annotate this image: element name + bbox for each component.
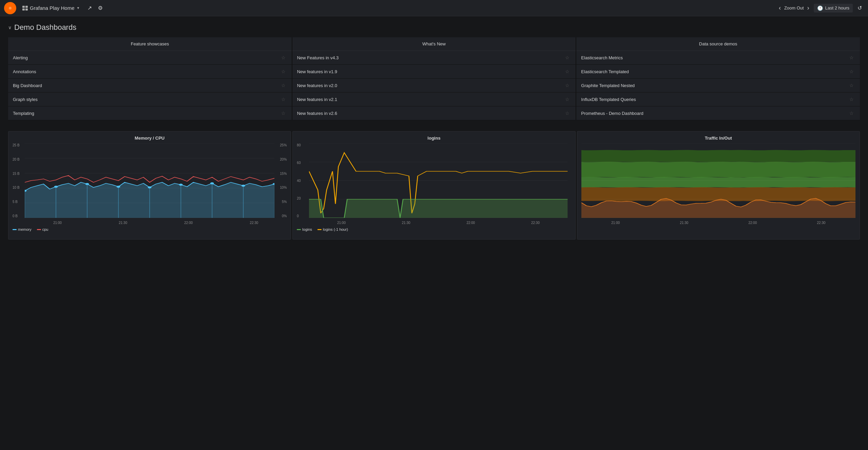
section-title: Demo Dashboards xyxy=(14,23,76,32)
xaxis-labels: 21:0021:3022:0022:30 xyxy=(581,221,855,225)
favorite-button[interactable]: ☆ xyxy=(280,82,287,89)
yaxis-right-label: 0% xyxy=(282,214,287,218)
chart-area: 21:0021:3022:0022:30 xyxy=(581,143,855,225)
gear-icon: ⚙ xyxy=(98,5,103,11)
memory-cpu-chart-panel: Memory / CPU25 B20 B15 B10 B5 B0 B25%20%… xyxy=(8,131,291,240)
time-forward-button[interactable]: › xyxy=(805,4,811,12)
list-item[interactable]: New features in v2.1☆ xyxy=(292,93,576,106)
chart-title: logins xyxy=(297,136,571,141)
favorite-button[interactable]: ☆ xyxy=(848,82,855,89)
favorite-button[interactable]: ☆ xyxy=(564,82,571,89)
svg-point-1 xyxy=(9,7,12,9)
favorite-button[interactable]: ☆ xyxy=(280,54,287,61)
dashboard-item-label: New features in v2.6 xyxy=(297,111,337,116)
top-navigation: Grafana Play Home ▼ ↗ ⚙ ‹ Zoom Out › 🕐 L… xyxy=(0,0,868,16)
legend-item: logins (-1 hour) xyxy=(317,227,348,231)
grafana-logo xyxy=(4,2,18,14)
legend-item: logins xyxy=(297,227,312,231)
legend-item: memory xyxy=(13,227,32,231)
legend-label: cpu xyxy=(42,227,48,231)
yaxis-label: 0 xyxy=(297,214,309,218)
topnav-actions: ↗ ⚙ xyxy=(85,3,105,13)
favorite-button[interactable]: ☆ xyxy=(280,68,287,75)
dashboard-column-2: Data source demosElasticsearch Metrics☆E… xyxy=(576,37,860,120)
svg-rect-5 xyxy=(25,8,28,11)
xaxis-label: 21:00 xyxy=(337,221,346,225)
svg-marker-37 xyxy=(581,198,855,218)
favorite-button[interactable]: ☆ xyxy=(280,96,287,103)
refresh-button[interactable]: ↺ xyxy=(855,3,864,13)
dashboard-item-label: Alerting xyxy=(13,55,28,60)
favorite-button[interactable]: ☆ xyxy=(564,68,571,75)
favorite-button[interactable]: ☆ xyxy=(848,110,855,117)
xaxis-label: 22:30 xyxy=(817,221,825,225)
time-range-picker[interactable]: 🕐 Last 2 hours xyxy=(814,4,853,13)
refresh-icon: ↺ xyxy=(857,5,862,11)
list-item[interactable]: New features in v2.0☆ xyxy=(292,79,576,93)
favorite-button[interactable]: ☆ xyxy=(848,96,855,103)
dashboard-title-button[interactable]: Grafana Play Home ▼ xyxy=(20,4,83,12)
list-item[interactable]: Elasticsearch Metrics☆ xyxy=(576,51,860,65)
section-collapse-icon[interactable]: ∨ xyxy=(8,25,12,30)
favorite-button[interactable]: ☆ xyxy=(564,96,571,103)
dashboard-item-label: New features in v2.1 xyxy=(297,97,337,102)
svg-rect-4 xyxy=(22,8,25,11)
list-item[interactable]: Prometheus - Demo Dashboard☆ xyxy=(576,106,860,120)
settings-button[interactable]: ⚙ xyxy=(96,3,105,13)
dashboard-item-label: Elasticsearch Templated xyxy=(581,69,629,74)
yaxis-label: 60 xyxy=(297,161,309,165)
favorite-button[interactable]: ☆ xyxy=(564,54,571,61)
yaxis-label: 20 xyxy=(297,197,309,200)
list-item[interactable]: New Features in v4.3☆ xyxy=(292,51,576,65)
yaxis-right-label: 15% xyxy=(280,172,287,176)
dashboard-item-label: New features in v1.9 xyxy=(297,69,337,74)
yaxis-right-label: 20% xyxy=(280,158,287,161)
column-header-0: Feature showcases xyxy=(8,37,292,51)
legend-color xyxy=(297,229,301,230)
list-item[interactable]: Elasticsearch Templated☆ xyxy=(576,65,860,79)
dashboard-item-label: New features in v2.0 xyxy=(297,83,337,88)
legend-color xyxy=(13,229,17,230)
favorite-button[interactable]: ☆ xyxy=(848,54,855,61)
yaxis-label: 15 B xyxy=(13,172,25,176)
svg-rect-2 xyxy=(22,6,25,8)
list-item[interactable]: Annotations☆ xyxy=(8,65,292,79)
yaxis-label: 5 B xyxy=(13,200,25,204)
clock-icon: 🕐 xyxy=(817,5,823,11)
dashboard-item-label: Big Dashboard xyxy=(13,83,42,88)
yaxis-label: 80 xyxy=(297,143,309,147)
dashboard-item-label: InfluxDB Templated Queries xyxy=(581,97,636,102)
legend-color xyxy=(37,229,41,230)
traffic-chart-panel: Traffic In/Out21:0021:3022:0022:30 xyxy=(577,131,860,240)
favorite-button[interactable]: ☆ xyxy=(848,68,855,75)
dashboard-item-label: Annotations xyxy=(13,69,36,74)
list-item[interactable]: New features in v1.9☆ xyxy=(292,65,576,79)
legend-label: logins xyxy=(302,227,312,231)
yaxis-label: 40 xyxy=(297,179,309,183)
xaxis-label: 22:30 xyxy=(531,221,540,225)
main-content: ∨ Demo Dashboards Feature showcasesAlert… xyxy=(0,16,868,246)
list-item[interactable]: InfluxDB Templated Queries☆ xyxy=(576,93,860,106)
dashboard-item-label: Prometheus - Demo Dashboard xyxy=(581,111,643,116)
chart-title: Traffic In/Out xyxy=(581,136,855,141)
list-item[interactable]: Alerting☆ xyxy=(8,51,292,65)
list-item[interactable]: Templating☆ xyxy=(8,106,292,120)
time-navigation: ‹ Zoom Out › xyxy=(777,4,811,12)
yaxis-label: 0 B xyxy=(13,214,25,218)
column-header-1: What's New xyxy=(292,37,576,51)
list-item[interactable]: Big Dashboard☆ xyxy=(8,79,292,93)
svg-rect-3 xyxy=(25,6,28,8)
dashboard-item-label: Graphite Templated Nested xyxy=(581,83,635,88)
chart-area: 25 B20 B15 B10 B5 B0 B25%20%15%10%5%0%21… xyxy=(13,143,287,225)
list-item[interactable]: New features in v2.6☆ xyxy=(292,106,576,120)
list-item[interactable]: Graphite Templated Nested☆ xyxy=(576,79,860,93)
charts-grid: Memory / CPU25 B20 B15 B10 B5 B0 B25%20%… xyxy=(8,131,860,240)
list-item[interactable]: Graph styles☆ xyxy=(8,93,292,106)
yaxis-label: 20 B xyxy=(13,158,25,161)
time-range-label: Last 2 hours xyxy=(825,5,849,11)
share-button[interactable]: ↗ xyxy=(85,3,94,13)
favorite-button[interactable]: ☆ xyxy=(564,110,571,117)
logins-chart-panel: logins80604020021:0021:3022:0022:30login… xyxy=(292,131,575,240)
time-back-button[interactable]: ‹ xyxy=(777,4,783,12)
favorite-button[interactable]: ☆ xyxy=(280,110,287,117)
